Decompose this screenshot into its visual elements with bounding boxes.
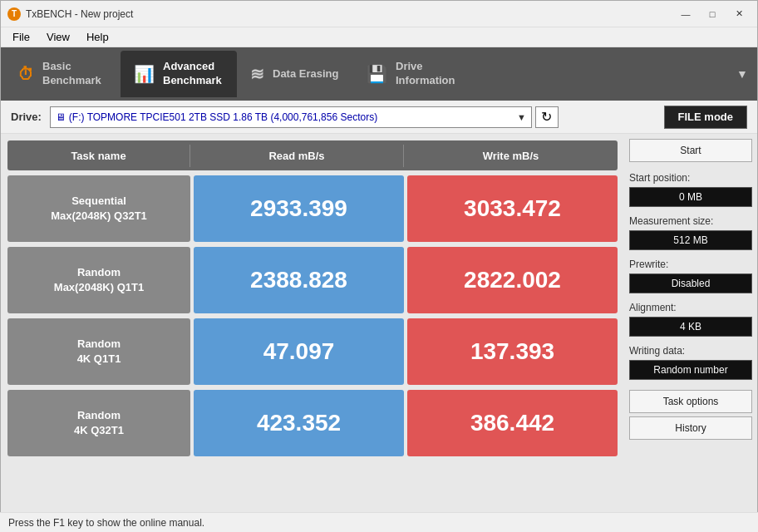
benchmark-area: Task name Read mB/s Write mB/s Sequentia… <box>1 134 624 513</box>
alignment-label: Alignment: <box>629 302 752 313</box>
tab-info[interactable]: 💾 DriveInformation <box>353 51 470 97</box>
tab-advanced-label: AdvancedBenchmark <box>163 60 222 88</box>
table-row: Random 4K Q32T1 423.352 386.442 <box>7 390 618 456</box>
prewrite-value: Disabled <box>629 273 752 293</box>
tab-basic[interactable]: ⏱ BasicBenchmark <box>4 51 121 97</box>
drive-bar: Drive: 🖥 (F:) TOPMORE TPCIE501 2TB SSD 1… <box>1 101 757 134</box>
tab-bar: ⏱ BasicBenchmark 📊 AdvancedBenchmark ≋ D… <box>1 47 757 101</box>
drive-value: (F:) TOPMORE TPCIE501 2TB SSD 1.86 TB (4… <box>69 111 377 123</box>
tab-erase-label: Data Erasing <box>273 67 338 81</box>
tab-erase[interactable]: ≋ Data Erasing <box>237 51 353 97</box>
minimize-button[interactable]: — <box>674 6 697 22</box>
task-name-3: Random 4K Q1T1 <box>7 318 190 385</box>
table-header: Task name Read mB/s Write mB/s <box>7 140 618 170</box>
status-text: Press the F1 key to show the online manu… <box>8 517 204 529</box>
main-area: Task name Read mB/s Write mB/s Sequentia… <box>1 134 757 513</box>
writing-data-label: Writing data: <box>629 345 752 357</box>
drive-label: Drive: <box>11 111 42 123</box>
drive-info-icon: 💾 <box>367 64 387 84</box>
table-row: Random 4K Q1T1 47.097 137.393 <box>7 318 618 385</box>
advanced-benchmark-icon: 📊 <box>134 64 155 84</box>
title-bar: T TxBENCH - New project — □ ✕ <box>1 1 757 27</box>
task-name-2: Random Max(2048K) Q1T1 <box>7 247 190 313</box>
write-value-4: 386.442 <box>407 390 618 456</box>
history-button[interactable]: History <box>629 416 752 440</box>
col-write: Write mB/s <box>404 145 618 167</box>
prewrite-label: Prewrite: <box>629 259 752 270</box>
writing-data-value: Random number <box>629 360 752 380</box>
col-read: Read mB/s <box>190 145 404 167</box>
task-name-4: Random 4K Q32T1 <box>7 390 190 456</box>
measurement-size-label: Measurement size: <box>629 215 752 227</box>
status-bar: Press the F1 key to show the online manu… <box>0 512 758 532</box>
start-position-value: 0 MB <box>629 187 752 207</box>
refresh-button[interactable]: ↻ <box>535 106 559 128</box>
tab-info-label: DriveInformation <box>396 60 455 88</box>
write-value-2: 2822.002 <box>407 247 618 313</box>
menu-view[interactable]: View <box>38 29 78 45</box>
menu-bar: File View Help <box>1 27 757 47</box>
file-mode-button[interactable]: FILE mode <box>664 106 747 129</box>
tab-basic-label: BasicBenchmark <box>42 60 101 88</box>
window-title: TxBENCH - New project <box>26 8 674 20</box>
read-value-4: 423.352 <box>194 390 404 456</box>
measurement-size-value: 512 MB <box>629 230 752 250</box>
write-value-3: 137.393 <box>407 318 618 385</box>
data-erasing-icon: ≋ <box>250 64 264 84</box>
table-row: Random Max(2048K) Q1T1 2388.828 2822.002 <box>7 247 618 313</box>
write-value-1: 3033.472 <box>407 175 618 242</box>
col-task-name: Task name <box>7 145 190 167</box>
tab-dropdown-button[interactable]: ▼ <box>731 51 754 97</box>
read-value-2: 2388.828 <box>194 247 404 313</box>
read-value-1: 2933.399 <box>194 175 404 242</box>
menu-file[interactable]: File <box>4 29 38 45</box>
read-value-3: 47.097 <box>194 318 404 385</box>
tab-advanced[interactable]: 📊 AdvancedBenchmark <box>121 51 237 97</box>
start-button[interactable]: Start <box>629 139 752 162</box>
alignment-value: 4 KB <box>629 317 752 337</box>
start-position-label: Start position: <box>629 172 752 184</box>
close-button[interactable]: ✕ <box>727 6 751 22</box>
app-icon: T <box>7 7 21 21</box>
table-row: Sequential Max(2048K) Q32T1 2933.399 303… <box>7 175 618 242</box>
window-controls: — □ ✕ <box>674 6 751 22</box>
task-options-button[interactable]: Task options <box>629 390 752 413</box>
maximize-button[interactable]: □ <box>701 6 724 22</box>
task-name-1: Sequential Max(2048K) Q32T1 <box>7 175 190 242</box>
menu-help[interactable]: Help <box>78 29 117 45</box>
basic-benchmark-icon: ⏱ <box>17 65 34 84</box>
sidebar: Start Start position: 0 MB Measurement s… <box>624 134 757 513</box>
